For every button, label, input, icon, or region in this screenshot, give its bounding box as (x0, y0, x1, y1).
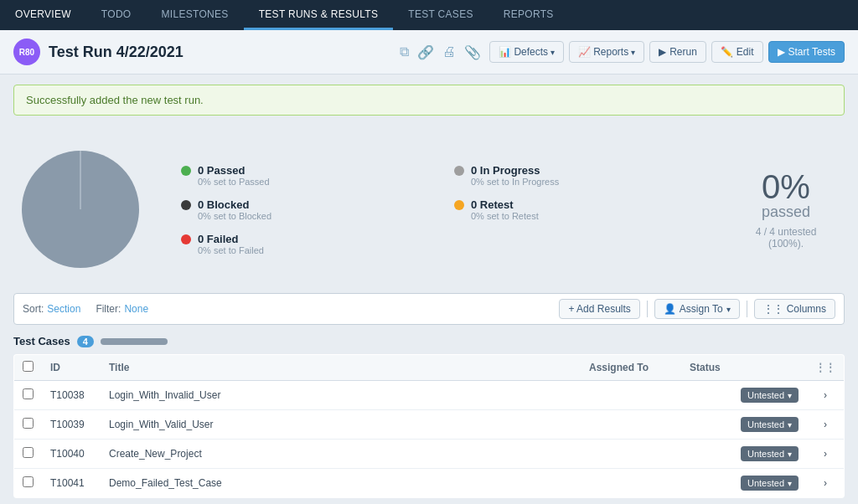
nav-test-runs[interactable]: TEST RUNS & RESULTS (244, 0, 394, 30)
filter-label-text: Filter: (96, 303, 121, 315)
legend-passed: 0 Passed 0% set to Passed (181, 164, 421, 187)
legend-failed: 0 Failed 0% set to Failed (181, 233, 421, 255)
edit-icon: ✏️ (721, 46, 733, 58)
retest-sub: 0% set to Retest (471, 211, 539, 221)
percent-sub1: 4 / 4 untested (756, 226, 817, 238)
defects-label: Defects (514, 46, 548, 58)
row-checkbox[interactable] (23, 388, 34, 399)
passed-title: Passed (207, 164, 246, 177)
row-checkbox-cell (14, 381, 43, 410)
retest-title: Retest (480, 198, 514, 211)
columns-label: Columns (787, 303, 826, 315)
blocked-title: Blocked (207, 198, 250, 211)
row-assigned (581, 410, 681, 440)
add-results-button[interactable]: + Add Results (559, 299, 639, 319)
status-badge[interactable]: Untested ▾ (741, 446, 799, 461)
legend-blocked: 0 Blocked 0% set to Blocked (181, 198, 421, 221)
status-badge[interactable]: Untested ▾ (741, 388, 799, 403)
percent-sub: 4 / 4 untested (100%). (727, 226, 845, 249)
filter-value[interactable]: None (124, 303, 148, 315)
nav-test-cases[interactable]: TEST CASES (393, 0, 488, 30)
reports-button[interactable]: 📈 Reports ▾ (569, 41, 644, 63)
passed-text: 0 Passed 0% set to Passed (198, 164, 270, 187)
section-header: Test Cases 4 (13, 335, 845, 347)
link-icon[interactable]: 🔗 (414, 42, 437, 63)
sort-label: Sort: (23, 303, 44, 315)
row-arrow[interactable]: › (807, 469, 845, 498)
percent-label: passed (727, 203, 845, 221)
section-title: Test Cases (13, 335, 70, 347)
row-title[interactable]: Login_With_Invalid_User (101, 381, 581, 410)
test-cases-table: ID Title Assigned To Status ⋮⋮ T10038 Lo… (13, 354, 845, 498)
stats-section: 0 Passed 0% set to Passed 0 In Progress … (13, 129, 845, 293)
rerun-button[interactable]: ▶ Rerun (649, 41, 706, 63)
retest-count: 0 (471, 198, 477, 211)
status-badge[interactable]: Untested ▾ (741, 476, 799, 491)
assign-to-button[interactable]: 👤 Assign To ▾ (654, 299, 740, 319)
row-checkbox[interactable] (23, 418, 34, 429)
retest-text: 0 Retest 0% set to Retest (471, 198, 539, 221)
sort-value[interactable]: Section (47, 303, 80, 315)
row-assigned (581, 381, 681, 410)
row-title[interactable]: Login_With_Valid_User (101, 410, 581, 440)
in-progress-title: In Progress (480, 164, 540, 177)
row-id: T10041 (42, 469, 101, 498)
blocked-sub: 0% set to Blocked (198, 211, 271, 221)
defects-button[interactable]: 📊 Defects ▾ (489, 41, 564, 63)
nav-milestones[interactable]: MILESTONES (147, 0, 244, 30)
chart-icon: 📊 (499, 46, 511, 58)
in-progress-text: 0 In Progress 0% set to In Progress (471, 164, 559, 187)
nav-reports[interactable]: REPORTS (488, 0, 569, 30)
blocked-label: 0 Blocked (198, 198, 271, 211)
row-assigned (581, 440, 681, 469)
print-icon[interactable]: 🖨 (439, 42, 459, 62)
row-arrow[interactable]: › (807, 410, 845, 440)
nav-overview[interactable]: OVERVIEW (0, 0, 86, 30)
edit-button[interactable]: ✏️ Edit (711, 41, 763, 63)
edit-label: Edit (737, 46, 754, 58)
status-caret: ▾ (788, 450, 792, 459)
start-tests-button[interactable]: ▶ Start Tests (768, 41, 845, 63)
header-title: Title (101, 355, 581, 381)
row-title[interactable]: Demo_Failed_Test_Case (101, 469, 581, 498)
filter-right: + Add Results 👤 Assign To ▾ ⋮⋮ Columns (559, 299, 835, 319)
copy-icon[interactable]: ⧉ (396, 42, 412, 62)
passed-label: 0 Passed (198, 164, 270, 177)
nav-todo[interactable]: TODO (86, 0, 147, 30)
select-all-checkbox[interactable] (23, 361, 34, 372)
row-status: Untested ▾ (681, 440, 807, 469)
failed-count: 0 (198, 233, 204, 245)
blocked-count: 0 (198, 198, 204, 211)
header-id: ID (42, 355, 101, 381)
row-checkbox[interactable] (23, 476, 34, 487)
failed-label: 0 Failed (198, 233, 264, 245)
row-status: Untested ▾ (681, 469, 807, 498)
columns-button[interactable]: ⋮⋮ Columns (754, 299, 835, 319)
col-settings-icon[interactable]: ⋮⋮ (815, 362, 835, 373)
row-arrow[interactable]: › (807, 440, 845, 469)
stats-legend: 0 Passed 0% set to Passed 0 In Progress … (181, 164, 694, 255)
rerun-icon: ▶ (659, 46, 666, 58)
run-badge: R80 (13, 39, 40, 65)
row-id: T10040 (42, 440, 101, 469)
filter-left: Sort: Section Filter: None (23, 303, 148, 315)
header-col-settings[interactable]: ⋮⋮ (807, 355, 845, 381)
row-arrow[interactable]: › (807, 381, 845, 410)
percent-display: 0% passed 4 / 4 untested (100%). (727, 170, 845, 249)
passed-sub: 0% set to Passed (198, 177, 270, 187)
assign-caret: ▾ (726, 305, 731, 314)
test-cases-badge: 4 (77, 336, 94, 347)
start-label: Start Tests (788, 46, 835, 58)
attach-icon[interactable]: 📎 (461, 42, 484, 63)
reports-chart-icon: 📈 (578, 46, 591, 58)
status-badge[interactable]: Untested ▾ (741, 417, 799, 432)
legend-retest: 0 Retest 0% set to Retest (454, 198, 694, 221)
page-header: R80 Test Run 4/22/2021 ⧉ 🔗 🖨 📎 📊 Defects… (0, 30, 858, 75)
row-status: Untested ▾ (681, 410, 807, 440)
header-assigned: Assigned To (581, 355, 681, 381)
blocked-dot (181, 200, 191, 210)
legend-in-progress: 0 In Progress 0% set to In Progress (454, 164, 694, 187)
row-checkbox[interactable] (23, 447, 34, 458)
passed-dot (181, 166, 191, 176)
row-title[interactable]: Create_New_Project (101, 440, 581, 469)
